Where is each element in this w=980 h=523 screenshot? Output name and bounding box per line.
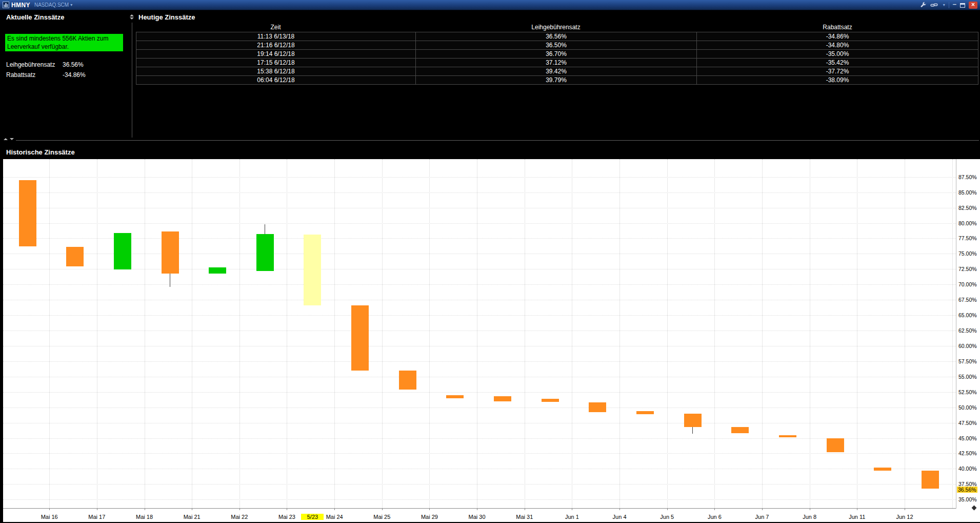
candlestick[interactable]	[256, 234, 274, 271]
candlestick[interactable]	[684, 414, 702, 427]
candlestick[interactable]	[589, 402, 606, 412]
group-dropdown-caret-icon[interactable]: ▾	[943, 3, 945, 7]
titlebar-separator	[949, 2, 949, 8]
candlestick[interactable]	[304, 235, 321, 305]
table-row: 19:14 6/12/1836.70%-35.00%	[136, 50, 978, 59]
horizontal-gridline	[3, 223, 956, 224]
app-icon	[3, 2, 9, 8]
table-cell: -34.80%	[697, 41, 978, 49]
candlestick[interactable]	[446, 395, 464, 398]
horizontal-gridline	[3, 392, 956, 393]
vertical-gridline	[619, 159, 620, 508]
today-rates-title: Heutige Zinssätze	[138, 13, 195, 21]
vertical-gridline	[525, 159, 525, 508]
collapse-panel-icon[interactable]	[130, 14, 134, 20]
short-availability-notice: Es sind mindestens 556K Aktien zum Leerv…	[5, 34, 123, 51]
y-axis-label: 82.50%	[958, 205, 977, 211]
table-cell: 39.42%	[416, 67, 697, 75]
history-rates-title: Historische Zinssätze	[6, 148, 75, 156]
y-axis-label: 50.00%	[958, 404, 977, 411]
candlestick[interactable]	[66, 247, 84, 266]
candlestick[interactable]	[874, 468, 891, 471]
y-axis-label: 57.50%	[958, 358, 977, 364]
candlestick[interactable]	[542, 399, 559, 402]
triangle-up-icon	[130, 14, 134, 16]
chevron-down-icon[interactable]: ▾	[70, 3, 72, 7]
borrow-fee-label: Leihgebührensatz	[6, 61, 55, 68]
horizontal-gridline	[3, 208, 956, 208]
vertical-gridline	[572, 159, 572, 508]
candlestick[interactable]	[351, 305, 369, 371]
y-axis-label: 35.00%	[958, 496, 977, 502]
restore-button[interactable]	[960, 3, 965, 8]
x-axis-tick	[667, 509, 668, 510]
candlestick[interactable]	[922, 471, 939, 489]
table-cell: -35.42%	[697, 59, 978, 67]
candlestick[interactable]	[636, 411, 654, 414]
candlestick[interactable]	[114, 233, 131, 270]
candlestick[interactable]	[494, 396, 511, 401]
wrench-icon[interactable]	[920, 2, 927, 8]
horizontal-gridline	[3, 346, 956, 346]
vertical-gridline	[905, 159, 905, 508]
x-axis-label: Jun 6	[696, 514, 732, 520]
candlestick[interactable]	[209, 267, 226, 274]
exchange-label[interactable]: NASDAQ.SCM	[34, 2, 69, 8]
x-axis-label: Jun 7	[744, 514, 780, 520]
horizontal-gridline	[3, 377, 956, 377]
table-header: Zeit Leihgebührensatz Rabattsatz	[136, 24, 978, 32]
table-cell: 19:14 6/12/18	[136, 50, 416, 58]
x-axis-label: Mai 17	[79, 514, 115, 520]
vertical-gridline	[857, 159, 857, 508]
splitter-arrow-up-icon[interactable]	[4, 138, 8, 140]
x-axis-tick	[477, 509, 477, 510]
chart-plot-area[interactable]	[3, 159, 956, 522]
x-axis-tick	[619, 509, 620, 510]
vertical-gridline	[334, 159, 335, 508]
candlestick[interactable]	[399, 371, 416, 390]
x-axis-label: Jun 1	[554, 514, 590, 520]
table-cell: 39.79%	[416, 76, 697, 84]
vertical-gridline	[477, 159, 477, 508]
candlestick[interactable]	[827, 438, 844, 453]
history-rates-chart: 87.50%85.00%82.50%80.00%77.50%75.00%72.5…	[3, 159, 980, 522]
y-axis-label: 67.50%	[958, 297, 977, 303]
y-axis-label: 55.00%	[958, 374, 977, 380]
vertical-gridline	[382, 159, 383, 508]
candlestick[interactable]	[19, 180, 36, 246]
x-axis-label: Mai 30	[459, 514, 495, 520]
horizontal-gridline	[3, 361, 956, 362]
x-axis-tick	[382, 509, 383, 510]
notice-line-2: Leerverkauf verfügbar.	[7, 43, 121, 51]
splitter-handle[interactable]	[16, 140, 979, 141]
table-cell: 11:13 6/13/18	[136, 32, 416, 41]
horizontal-gridline	[3, 453, 956, 454]
vertical-gridline	[952, 159, 953, 508]
y-axis-line	[956, 159, 956, 509]
candlestick[interactable]	[779, 435, 796, 438]
horizontal-gridline	[3, 300, 956, 300]
x-axis-line	[3, 508, 956, 509]
horizontal-gridline	[3, 238, 956, 239]
table-row: 06:04 6/12/1839.79%-38.09%	[136, 76, 978, 85]
candlestick[interactable]	[731, 427, 749, 433]
minimize-button[interactable]: –	[953, 2, 956, 9]
horizontal-gridline	[3, 315, 956, 316]
link-icon[interactable]	[930, 2, 938, 8]
x-axis-tick	[145, 509, 145, 510]
x-axis-tick	[810, 509, 810, 510]
table-cell: -34.86%	[697, 32, 978, 41]
y-axis-label: 52.50%	[958, 389, 977, 395]
x-axis-tick	[572, 509, 572, 510]
horizontal-gridline	[3, 408, 956, 408]
vertical-gridline	[97, 159, 97, 508]
candlestick[interactable]	[162, 231, 179, 273]
table-cell: 15:38 6/12/18	[136, 67, 416, 75]
rebate-rate-value: -34.86%	[63, 71, 86, 79]
x-axis-label: Mai 18	[127, 514, 163, 520]
splitter-arrow-down-icon[interactable]	[10, 138, 14, 140]
close-button[interactable]: ×	[969, 2, 977, 9]
y-axis-label: 85.00%	[958, 189, 977, 196]
rebate-rate-label: Rabattsatz	[6, 71, 35, 79]
symbol-title: HMNY	[11, 2, 30, 9]
